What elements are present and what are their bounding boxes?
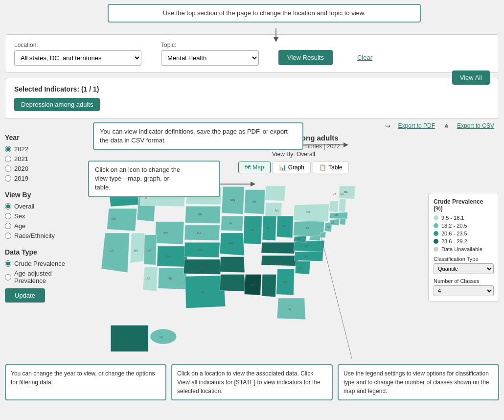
- legend-panel: Crude Prevalence (%) 9.5 - 18.1 18.2 - 2…: [428, 193, 499, 302]
- legend-item-2: 18.2 - 20.5: [434, 223, 494, 229]
- legend-color-4: [434, 239, 438, 244]
- svg-text:TN: TN: [276, 258, 280, 262]
- state-ma[interactable]: [329, 212, 348, 219]
- left-panel: Year 2022 2021 2020 2019 View By Overall…: [5, 134, 88, 359]
- year-2020[interactable]: 2020: [5, 165, 83, 172]
- tab-map-label: Map: [252, 164, 264, 171]
- data-type-crude[interactable]: Crude Prevalence: [5, 260, 83, 267]
- state-va[interactable]: [294, 240, 324, 252]
- state-la[interactable]: [220, 275, 245, 292]
- state-ny[interactable]: [293, 204, 329, 222]
- clear-link[interactable]: Clear: [357, 54, 372, 61]
- update-button[interactable]: Update: [5, 288, 45, 303]
- view-by-sex[interactable]: Sex: [5, 212, 83, 220]
- view-by-overall[interactable]: Overall: [5, 203, 83, 210]
- indicators-label: Selected Indicators:: [14, 85, 79, 93]
- svg-text:MN: MN: [230, 198, 235, 202]
- tab-graph[interactable]: 📊 Graph: [273, 162, 311, 173]
- num-classes-label: Number of Classes: [434, 278, 494, 284]
- svg-text:SD: SD: [198, 212, 203, 216]
- svg-text:IL: IL: [252, 228, 254, 232]
- legend-color-2: [434, 223, 438, 228]
- indicators-header: Selected Indicators: (1 / 1): [14, 85, 100, 93]
- state-vt[interactable]: [329, 201, 338, 212]
- tab-graph-label: Graph: [288, 164, 304, 171]
- view-by-age[interactable]: Age: [5, 222, 83, 230]
- year-title: Year: [5, 134, 83, 141]
- state-co[interactable]: [157, 246, 188, 267]
- state-tx[interactable]: [185, 276, 225, 308]
- svg-text:OH: OH: [282, 224, 286, 228]
- svg-text:AR: AR: [229, 262, 233, 265]
- svg-text:VT: VT: [333, 193, 337, 196]
- svg-text:OR: OR: [112, 217, 116, 220]
- svg-text:VA: VA: [304, 244, 309, 247]
- svg-text:CT: CT: [331, 221, 335, 224]
- state-ca[interactable]: [101, 233, 130, 273]
- tab-table[interactable]: 📋 Table: [313, 162, 349, 173]
- year-2022[interactable]: 2022: [5, 145, 83, 153]
- state-mi-upper[interactable]: [265, 186, 286, 201]
- svg-text:PA: PA: [306, 226, 310, 230]
- svg-text:AK: AK: [128, 337, 132, 341]
- export-csv-link[interactable]: Export to CSV: [457, 122, 494, 130]
- annotation-bottom-left-text: You can change the year to view, or chan…: [11, 370, 155, 386]
- location-label: Location:: [14, 42, 141, 48]
- legend-label-4: 23.6 - 29.2: [441, 238, 467, 244]
- tooltip-indicator-def: You can view indicator definitions, save…: [93, 122, 303, 150]
- legend-color-na: [434, 247, 438, 252]
- tooltip-icon-change-text: Click on an icon to change the view type…: [95, 166, 180, 191]
- state-nh[interactable]: [339, 199, 346, 212]
- topic-select[interactable]: Mental Health Physical Health Disability: [161, 50, 259, 66]
- classification-type-select[interactable]: Quantile Equal Interval Natural Breaks: [434, 263, 494, 274]
- svg-text:AL: AL: [265, 283, 269, 286]
- svg-text:NH: NH: [340, 193, 344, 196]
- state-md[interactable]: [309, 235, 321, 241]
- svg-text:MS: MS: [251, 283, 255, 286]
- state-nv[interactable]: [130, 233, 144, 263]
- svg-text:LA: LA: [229, 280, 232, 283]
- annotation-bottom-right: Use the legend settings to view options …: [338, 364, 499, 400]
- view-by-race-ethnicity[interactable]: Race/Ethnicity: [5, 232, 83, 239]
- year-radio-group: 2022 2021 2020 2019: [5, 145, 83, 182]
- svg-text:NY: NY: [306, 210, 311, 213]
- state-ne[interactable]: [184, 225, 220, 241]
- topic-field-group: Topic: Mental Health Physical Health Dis…: [161, 42, 259, 66]
- state-hi[interactable]: [150, 329, 177, 344]
- us-map[interactable]: WA OR CA MT ID WY UT NV CO AZ NM ND SD N…: [88, 178, 423, 359]
- year-2019[interactable]: 2019: [5, 175, 83, 182]
- view-all-button[interactable]: View All: [452, 70, 490, 85]
- indicator-tag[interactable]: Depression among adults: [14, 98, 100, 111]
- state-sc[interactable]: [295, 261, 310, 275]
- legend-label-3: 20.6 - 23.5: [441, 231, 467, 236]
- data-type-age-adjusted[interactable]: Age-adjusted Prevalence: [5, 270, 83, 284]
- export-pdf-link[interactable]: Export to PDF: [398, 122, 435, 130]
- svg-marker-3: [344, 142, 348, 147]
- view-by-section: View By Overall Sex Age Race/Ethnicity: [5, 191, 83, 239]
- state-wy[interactable]: [155, 222, 184, 244]
- svg-text:CO: CO: [165, 255, 170, 258]
- map-icon: 🗺: [245, 164, 251, 171]
- tooltip-top-text: Use the top section of the page to chang…: [163, 9, 366, 17]
- svg-marker-1: [274, 37, 278, 42]
- annotation-bottom-right-text: Use the legend settings to view options …: [344, 370, 489, 395]
- num-classes-select[interactable]: 3 4 5 6: [434, 285, 494, 296]
- view-by-radio-group: Overall Sex Age Race/Ethnicity: [5, 203, 83, 239]
- data-type-radio-group: Crude Prevalence Age-adjusted Prevalence: [5, 260, 83, 284]
- legend-item-3: 20.6 - 23.5: [434, 231, 494, 236]
- state-sd[interactable]: [185, 206, 220, 223]
- svg-text:UT: UT: [148, 249, 152, 252]
- tab-map[interactable]: 🗺 Map: [238, 162, 270, 173]
- svg-line-55: [321, 235, 359, 359]
- export-pdf-icon: ↪: [385, 122, 390, 130]
- svg-text:WV: WV: [297, 237, 302, 241]
- topic-label: Topic:: [161, 42, 259, 48]
- bottom-annotations: You can change the year to view, or chan…: [5, 364, 499, 400]
- legend-item-na: Data Unavailable: [434, 246, 494, 252]
- view-results-button[interactable]: View Results: [278, 50, 333, 65]
- svg-text:NJ: NJ: [327, 226, 330, 229]
- state-ri[interactable]: [340, 218, 346, 225]
- location-select[interactable]: All states, DC, and territories Alabama …: [14, 50, 141, 66]
- graph-icon: 📊: [279, 164, 286, 171]
- year-2021[interactable]: 2021: [5, 155, 83, 163]
